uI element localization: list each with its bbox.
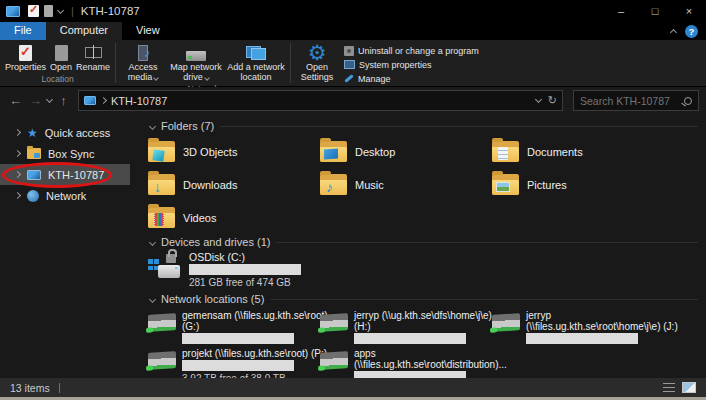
folder-item-desktop[interactable]: Desktop: [320, 135, 492, 168]
cube-icon: [152, 149, 164, 161]
network-drive-icon: [492, 313, 520, 331]
breadcrumb-chevron-icon[interactable]: [100, 97, 107, 104]
folder-icon: ♪: [320, 174, 347, 195]
title-bar: ✓ | KTH-10787 – □ ×: [0, 0, 706, 22]
network-drive-icon: [320, 313, 348, 331]
download-arrow-icon: ↓: [154, 180, 161, 195]
capacity-bar: [182, 333, 294, 344]
folder-icon: [320, 141, 347, 162]
section-header-devices: Devices and drives (1): [148, 236, 698, 248]
ribbon: ✓ Properties Open Rename Location ♪ Ac: [0, 40, 706, 87]
collapse-section-icon[interactable]: [149, 295, 156, 302]
gear-icon: ⚙: [308, 43, 327, 62]
manage-icon: [344, 74, 354, 83]
details-view-icon[interactable]: [663, 383, 675, 393]
help-icon[interactable]: ?: [685, 25, 698, 38]
expand-chevron-icon[interactable]: [14, 192, 21, 199]
open-settings-button[interactable]: ⚙ Open Settings: [294, 42, 340, 84]
collapse-section-icon[interactable]: [149, 122, 156, 129]
maximize-button[interactable]: □: [638, 0, 672, 22]
network-drive-item-j[interactable]: jerryp (\\files.ug.kth.se\root\home\j\e)…: [492, 310, 664, 346]
system-properties-button[interactable]: System properties: [344, 58, 479, 71]
network-globe-icon: [27, 190, 39, 202]
properties-icon: ✓: [19, 43, 32, 62]
network-drive-item-g[interactable]: gemensam (\\files.ug.kth.se\root) (G:): [148, 310, 320, 346]
rename-button[interactable]: Rename: [74, 42, 112, 74]
expand-chevron-icon[interactable]: [14, 171, 21, 178]
add-network-location-button[interactable]: Add a network location: [225, 42, 287, 84]
capacity-bar: [182, 360, 294, 371]
titlebar-divider: |: [71, 5, 74, 17]
uninstall-program-button[interactable]: Uninstall or change a program: [344, 44, 479, 57]
tab-computer[interactable]: Computer: [46, 22, 122, 40]
properties-button[interactable]: ✓ Properties: [3, 42, 48, 74]
this-pc-icon: [6, 6, 20, 17]
open-button[interactable]: Open: [48, 42, 74, 74]
media-server-icon: ♪: [138, 43, 148, 62]
refresh-icon[interactable]: ↻: [548, 94, 557, 107]
folder-item-pictures[interactable]: Pictures: [492, 168, 664, 201]
photo-icon: [496, 182, 510, 192]
network-drive-item-apps[interactable]: apps (\\files.ug.kth.se\root\distributio…: [320, 348, 492, 378]
network-drive-item-h[interactable]: jerryp (\\ug.kth.se\dfs\home\j\e) (H:): [320, 310, 492, 346]
search-input[interactable]: [580, 95, 684, 107]
collapse-section-icon[interactable]: [149, 238, 156, 245]
dropdown-arrow-icon: [154, 75, 160, 81]
group-label-location: Location: [0, 74, 115, 86]
network-drive-icon: [186, 43, 206, 62]
folder-item-documents[interactable]: Documents: [492, 135, 664, 168]
sidebar-item-network[interactable]: Network: [0, 185, 145, 206]
folder-item-music[interactable]: ♪ Music: [320, 168, 492, 201]
chevron-down-icon[interactable]: [57, 6, 64, 13]
up-button[interactable]: ↑: [55, 94, 72, 107]
ribbon-group-location: ✓ Properties Open Rename Location: [0, 40, 115, 86]
file-list-pane: Folders (7) 3D Objects Desktop Documents: [145, 114, 706, 378]
drive-item-osdisk[interactable]: OSDisk (C:) 281 GB free of 474 GB: [148, 251, 698, 291]
tab-view[interactable]: View: [122, 22, 174, 40]
sidebar-item-box-sync[interactable]: Box Sync: [0, 143, 145, 164]
collapse-ribbon-icon[interactable]: [670, 29, 677, 36]
folder-icon: ↓: [148, 174, 175, 195]
manage-button[interactable]: Manage: [344, 72, 479, 85]
ribbon-tab-row: File Computer View ?: [0, 22, 706, 40]
sidebar-item-this-pc[interactable]: KTH-10787: [0, 164, 130, 185]
monitor-icon: [324, 149, 338, 160]
folder-item-downloads[interactable]: ↓ Downloads: [148, 168, 320, 201]
this-pc-icon: [84, 96, 96, 105]
large-icons-view-icon[interactable]: [682, 382, 696, 393]
star-icon: ★: [27, 127, 38, 139]
address-history-icon[interactable]: [535, 96, 542, 103]
breadcrumb[interactable]: KTH-10787: [111, 95, 167, 107]
folder-item-3d-objects[interactable]: 3D Objects: [148, 135, 320, 168]
map-network-drive-button[interactable]: Map network drive: [167, 42, 225, 84]
recent-locations-icon[interactable]: [46, 96, 53, 103]
section-header-network-locations: Network locations (5): [148, 293, 698, 305]
monitors-icon: [246, 43, 266, 62]
folder-icon: [148, 207, 175, 228]
minimize-button[interactable]: –: [604, 0, 638, 22]
folder-item-videos[interactable]: Videos: [148, 201, 320, 234]
capacity-bar: [354, 371, 466, 378]
tab-file[interactable]: File: [0, 22, 46, 40]
file-page-icon[interactable]: [44, 5, 53, 17]
network-drive-item-p[interactable]: projekt (\\files.ug.kth.se\root) (P:) 3,…: [148, 348, 320, 378]
forward-button[interactable]: →: [27, 94, 44, 107]
access-media-button[interactable]: ♪ Access media: [119, 42, 167, 84]
section-header-folders: Folders (7): [148, 120, 698, 132]
expand-chevron-icon[interactable]: [14, 129, 21, 136]
navigation-bar: ← → ↑ KTH-10787 ↻: [0, 87, 706, 114]
close-button[interactable]: ×: [672, 0, 706, 22]
folder-icon: [148, 141, 175, 162]
search-box[interactable]: [573, 90, 699, 111]
folders-grid: 3D Objects Desktop Documents ↓ Downloads…: [148, 135, 698, 234]
expand-chevron-icon[interactable]: [14, 150, 21, 157]
properties-check-icon[interactable]: ✓: [28, 5, 39, 17]
sidebar-item-quick-access[interactable]: ★ Quick access: [0, 122, 145, 143]
rename-icon: [85, 43, 102, 62]
search-icon[interactable]: [684, 97, 692, 105]
capacity-bar: [189, 264, 301, 275]
network-drive-icon: [148, 313, 176, 331]
bitlocker-lock-icon: [166, 254, 176, 263]
back-button[interactable]: ←: [7, 94, 24, 107]
address-bar[interactable]: KTH-10787 ↻: [78, 90, 563, 111]
